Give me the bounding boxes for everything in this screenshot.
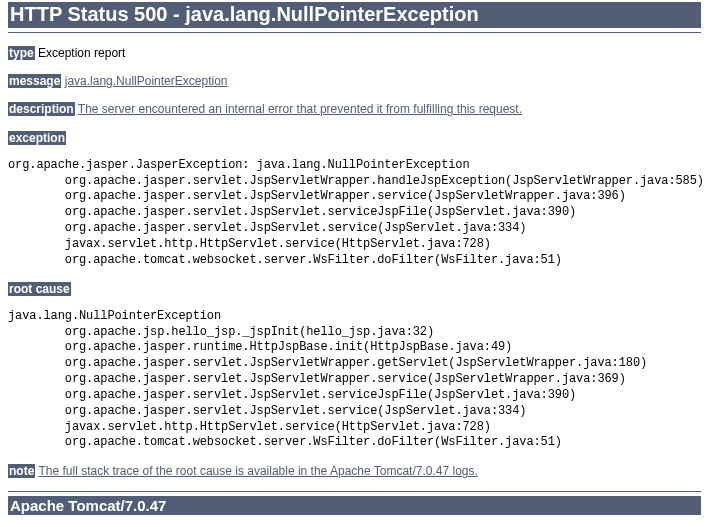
description-link[interactable]: The server encountered an internal error…: [78, 102, 522, 116]
message-line: message java.lang.NullPointerException: [8, 73, 701, 89]
type-text: Exception report: [35, 46, 126, 60]
note-link[interactable]: The full stack trace of the root cause i…: [38, 464, 477, 478]
description-line: description The server encountered an in…: [8, 101, 701, 117]
exception-line: exception: [8, 130, 701, 146]
root-cause-trace: java.lang.NullPointerException org.apach…: [8, 309, 701, 451]
root-cause-line: root cause: [8, 281, 701, 297]
error-title: HTTP Status 500 - java.lang.NullPointerE…: [8, 2, 701, 28]
message-label: message: [8, 74, 61, 88]
exception-trace: org.apache.jasper.JasperException: java.…: [8, 158, 701, 269]
note-label: note: [8, 464, 35, 478]
note-line: note The full stack trace of the root ca…: [8, 463, 701, 479]
root-cause-label: root cause: [8, 282, 71, 296]
server-version: Apache Tomcat/7.0.47: [8, 496, 701, 515]
exception-label: exception: [8, 131, 66, 145]
message-link[interactable]: java.lang.NullPointerException: [65, 74, 228, 88]
type-line: type Exception report: [8, 45, 701, 61]
type-label: type: [8, 46, 35, 60]
divider-top: [8, 32, 701, 33]
description-label: description: [8, 102, 75, 116]
divider-bottom: [8, 491, 701, 492]
